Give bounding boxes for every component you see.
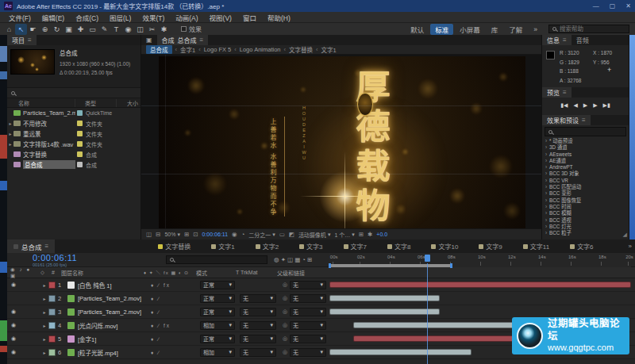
label-color-chip[interactable] [77,141,83,147]
maximize-button[interactable]: ▢ [610,2,616,10]
layer-duration-bar[interactable] [329,308,440,315]
tab-composition[interactable]: 合成 总合成 ≡ [157,35,209,45]
project-item-row[interactable]: ▸ 不用修改 文件夹 [7,118,140,128]
roto-brush-tool-icon[interactable]: ✂ [146,24,158,35]
trkmat-dropdown[interactable]: 无▾ [240,348,276,357]
blend-mode-dropdown[interactable]: 相加▾ [200,321,235,330]
viewer-timecode[interactable]: 0:00:06:11 [202,232,229,237]
channels-icon[interactable]: ◔ [241,231,245,238]
parent-dropdown[interactable]: 无▾ [290,281,326,289]
trkmat-dropdown[interactable]: 无▾ [240,335,276,343]
layer-switches[interactable]: ♦ ∕ [151,350,200,355]
workspace-library[interactable]: 库 [487,24,503,35]
pick-whip-icon[interactable]: ◎ [283,295,287,301]
breadcrumb-item[interactable]: 总合成 [146,45,172,54]
project-item-row[interactable]: ▸ 文字排版14款 .wav 文件夹 [7,139,140,149]
eraser-tool-icon[interactable]: ◫ [134,24,146,35]
menu-edit[interactable]: 编辑(E) [37,13,70,22]
blend-mode-dropdown[interactable]: 正常▾ [200,308,235,316]
label-color-chip[interactable] [48,335,56,343]
panel-menu-icon[interactable]: ≡ [45,243,49,250]
breadcrumb-item[interactable]: 文字1 [321,45,337,54]
effects-category[interactable]: ›BCC VR [542,178,629,184]
timeline-tab[interactable]: 文字7 [344,242,367,251]
layer-duration-bar[interactable] [329,295,440,301]
twirl-icon[interactable]: ▸ [40,350,48,355]
timeline-tab[interactable]: 文字1 [211,242,234,251]
view-layout-dropdown[interactable]: 1 个… ▾ [334,231,354,239]
guide-line-vertical[interactable] [165,55,166,228]
layer-name[interactable]: [Particles_Team_2.mov] [78,295,151,302]
pick-whip-icon[interactable]: ◎ [283,322,287,328]
eye-icon[interactable]: ◉ [9,282,18,288]
close-button[interactable]: ✕ [625,2,631,10]
workspace-learn[interactable]: 了解 [504,24,527,35]
effects-category[interactable]: ›BCC 透视 [542,217,629,224]
pick-whip-icon[interactable]: ◎ [283,308,287,315]
parent-link-header[interactable]: 父级和链接 [277,269,326,277]
label-color-chip[interactable] [48,295,56,302]
twirl-icon[interactable]: ▸ [40,309,48,315]
zoom-tool-icon[interactable]: ⊕ [39,24,51,35]
label-color-chip[interactable] [77,121,83,126]
pen-tool-icon[interactable]: ✎ [98,24,110,35]
last-frame-button[interactable]: ▶▮ [603,102,610,109]
camera-tool-icon[interactable]: ▣ [63,24,75,35]
twirl-icon[interactable]: ▸ [40,323,48,328]
menu-effect[interactable]: 效果(T) [137,13,170,22]
layer-row[interactable]: ◉ ▸ 2 [Particles_Team_2.mov] ♦ ∕ 正常▾ 无▾ … [7,292,635,305]
selection-tool-icon[interactable]: ↖ [15,24,27,35]
timeline-tab[interactable]: 文字8 [387,242,410,251]
menu-view[interactable]: 视图(V) [204,13,237,22]
mode-header[interactable]: 模式 [196,269,236,277]
current-timecode[interactable]: 0:00:06:11 [33,254,77,262]
menu-animation[interactable]: 动画(A) [170,13,203,22]
parent-dropdown[interactable]: 无▾ [290,321,326,330]
twirl-icon[interactable]: ▸ [7,131,13,136]
label-color-chip[interactable] [77,151,83,157]
label-color-chip[interactable] [77,162,83,167]
breadcrumb-item[interactable]: 金字1 [180,45,195,54]
playhead-handle[interactable] [425,255,430,262]
layer-duration-bar[interactable] [329,349,471,355]
project-item-row[interactable]: ▸ 重远景 文件夹 [7,128,140,139]
pick-whip-icon[interactable]: ◎ [283,349,287,355]
layer-name[interactable]: [白色 纯色 1] [78,281,151,289]
fast-previews-icon[interactable]: ◩ [289,231,294,238]
hand-tool-icon[interactable]: ☛ [27,24,39,35]
effects-category[interactable]: ›AEsweets [542,151,629,158]
grid-guides-icon[interactable]: ⊞ [184,231,189,238]
timeline-tab-active[interactable]: 总合成 ≡ [7,239,55,253]
tab-project[interactable]: 项目 ≡ [7,35,37,45]
parent-dropdown[interactable]: 无▾ [290,308,326,316]
menu-layer[interactable]: 图层(L) [104,13,137,22]
effects-category[interactable]: ›3D 通道 [542,144,629,151]
panel-menu-icon[interactable]: ≡ [28,36,32,44]
blend-mode-dropdown[interactable]: 相加▾ [200,348,235,357]
menu-composition[interactable]: 合成(C) [70,13,104,22]
snapshot-icon[interactable]: ◉ [232,231,237,238]
label-color-chip[interactable] [48,308,56,316]
camera-view-dropdown[interactable]: 活动摄像机 ▾ [298,231,331,239]
layer-name[interactable]: [Particles_Team_2.mov] [78,308,151,316]
zoom-level-dropdown[interactable]: 50% ▾ [164,232,180,238]
orbit-camera-tool-icon[interactable]: ↻ [51,24,63,35]
panel-menu-icon[interactable]: ≡ [200,36,204,44]
trkmat-header[interactable]: T TrkMat [236,270,277,275]
timeline-tab[interactable]: 文字6 [570,242,593,251]
layer-name[interactable]: [光点闪烁.mov] [78,321,151,330]
layer-duration-bar[interactable] [329,282,631,288]
project-item-row[interactable]: Particles_Team_2.mov QuickTime [7,108,140,118]
twirl-icon[interactable]: ▸ [40,336,48,342]
play-button[interactable]: ▶ [583,102,587,109]
layer-name-header[interactable]: 图层名称 [61,269,144,277]
timeline-tab[interactable]: 文字2 [256,242,279,251]
layer-switches[interactable]: ♦ ∕ fx [151,282,200,288]
twirl-icon[interactable]: ▸ [7,141,13,147]
magnification-icon[interactable]: ⊟ [156,231,160,238]
timeline-toggle-icons[interactable]: ◍ ✦ ◫ ▦ ◔ ⊞ [274,256,312,263]
effects-search-box[interactable] [545,127,626,136]
previous-frame-button[interactable]: ◀ [573,102,577,109]
menu-file[interactable]: 文件(F) [3,13,37,22]
eye-icon[interactable]: ◉ [9,335,18,342]
